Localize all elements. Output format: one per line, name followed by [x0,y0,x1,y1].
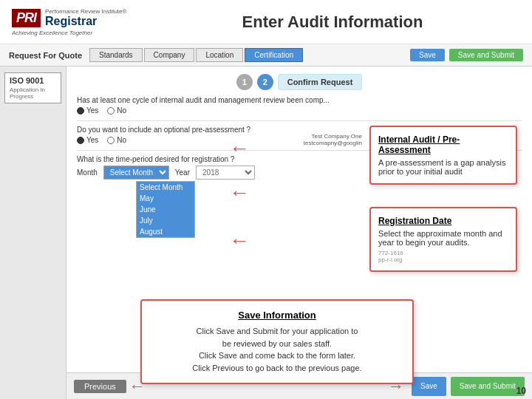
q2-no-radio[interactable] [107,137,115,144]
step-indicators: 1 2 Confirm Request [77,74,522,90]
save-info-line1: Click Save and Submit for your applicati… [152,325,402,338]
dropdown-may[interactable]: May [137,193,194,204]
year-select[interactable]: 2018 [196,166,255,180]
q1-yes-option[interactable]: Yes [77,106,98,115]
month-dropdown: Select Month May June July August [136,181,195,238]
sidebar-status: Application In Progress [10,86,56,100]
month-label: Month [77,168,98,177]
logo-area: PRI Performance Review Institute® Regist… [12,8,145,36]
contact-info: Test Company One testcomapny@googlin [304,133,362,146]
tooltip-domain: pp-r-l.org [378,256,508,263]
form-divider-1 [77,120,522,121]
sidebar-iso-item[interactable]: ISO 9001 Application In Progress [4,72,61,103]
arrow-left-1: ← [229,137,250,160]
q1-no-option[interactable]: No [107,106,126,115]
tooltip-reg-date-title: Registration Date [378,216,508,226]
arrow-left-2: ← [229,181,250,205]
tooltip-internal-audit: Internal Audit / Pre-Assessment A pre-as… [369,126,517,185]
logo-pri-icon: PRI [12,9,41,27]
step-circle-1: 1 [236,74,253,90]
q1-yes-label: Yes [86,106,98,115]
step-location[interactable]: Location [196,48,243,62]
step-company[interactable]: Company [144,48,195,62]
save-info-line4: Click Previous to go back to the previou… [152,362,402,375]
tooltip-save-info-body: Click Save and Submit for your applicati… [152,325,402,374]
contact-email: testcomapny@googlin [304,140,362,146]
q1-radio-group: Yes No [77,106,522,115]
confirm-box: Confirm Request [278,74,363,90]
q1-no-radio[interactable] [107,107,115,115]
nav-page-title: Request For Quote [9,51,82,60]
q2-no-option[interactable]: No [107,136,126,144]
logo-box: PRI Performance Review Institute® Regist… [12,8,126,28]
q1-yes-radio[interactable] [77,107,84,115]
form-area: Test Company One testcomapny@googlin 1 2… [66,66,532,399]
tooltip-internal-audit-body: A pre-assessment is a gap analysis prior… [378,158,508,176]
tooltip-phone: 772-1616 [378,250,508,256]
sidebar: ISO 9001 Application In Progress [0,66,66,399]
nav-save-button[interactable]: Save [410,49,445,61]
form-question-1: Has at least one cycle of internal audit… [77,96,522,115]
bottom-save-submit-button[interactable]: Save and Submit [451,377,525,396]
dropdown-july[interactable]: July [137,215,194,226]
tooltip-save-info: Save Information Click Save and Submit f… [140,299,414,384]
step-circle-2: 2 [257,74,273,90]
q1-label: Has at least one cycle of internal audit… [77,96,522,104]
pri-full-name: Performance Review Institute® [45,8,126,15]
arrow-left-3: ← [229,229,250,253]
q2-yes-label: Yes [86,136,98,144]
save-info-line2: be reviewed by our sales staff. [152,338,402,350]
month-select[interactable]: Select Month May June July August [103,166,169,180]
q2-yes-radio[interactable] [77,137,84,144]
tooltip-reg-date: Registration Date Select the approximate… [369,207,517,272]
logo-registrar: Performance Review Institute® Registrar [45,8,126,28]
step-certification[interactable]: Certification [245,48,303,62]
q1-no-label: No [117,106,126,115]
q2-yes-option[interactable]: Yes [77,136,98,144]
step-standards[interactable]: Standards [89,48,143,62]
contact-company: Test Company One [304,133,362,140]
sidebar-iso-label: ISO 9001 [10,76,56,85]
year-label: Year [175,168,190,177]
tooltip-reg-date-body: Select the approximate month and year to… [378,229,508,247]
dropdown-august[interactable]: August [137,226,194,237]
tooltip-save-info-title: Save Information [152,310,402,321]
previous-button[interactable]: Previous [74,380,126,393]
dropdown-select-month[interactable]: Select Month [137,182,194,193]
nav-steps: Request For Quote Standards Company Loca… [0,44,532,66]
save-info-line3: Click Save and come back to the form lat… [152,349,402,362]
main-content: ISO 9001 Application In Progress Test Co… [0,66,532,399]
registrar-name: Registrar [45,15,126,28]
page-number: 10 [516,386,526,396]
bottom-save-button[interactable]: Save [412,377,446,396]
tooltip-internal-audit-title: Internal Audit / Pre-Assessment [378,134,508,155]
tagline: Achieving Excellence Together [12,30,92,36]
dropdown-june[interactable]: June [137,204,194,215]
nav-save-submit-button[interactable]: Save and Submit [449,49,523,61]
q2-no-label: No [117,136,126,144]
nav-actions: Save Save and Submit [410,49,523,61]
header: PRI Performance Review Institute® Regist… [0,0,532,44]
page-title: Enter Audit Information [145,13,520,32]
